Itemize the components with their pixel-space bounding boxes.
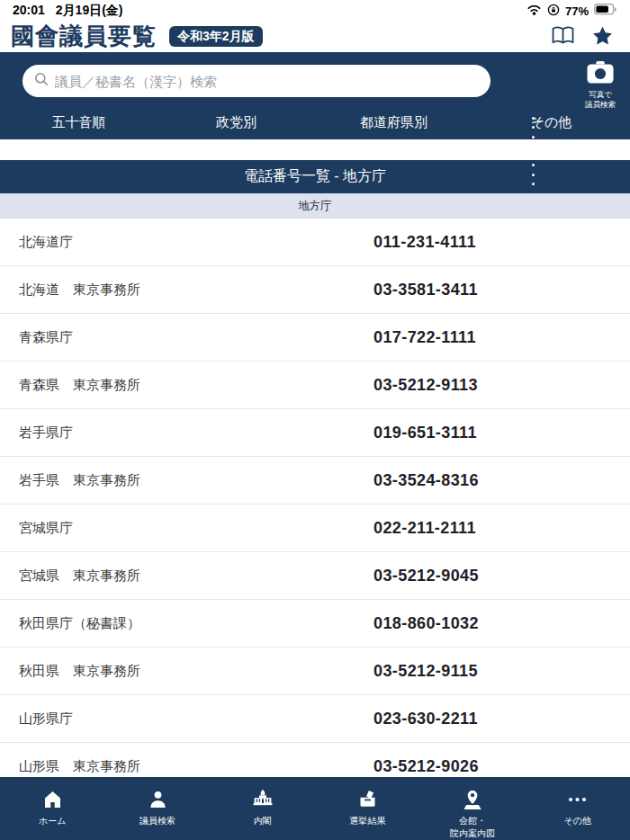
office-name: 宮城県 東京事務所 bbox=[19, 567, 374, 585]
edition-badge: 令和3年2月版 bbox=[169, 26, 263, 47]
map-pin-icon bbox=[461, 787, 484, 810]
office-name: 青森県庁 bbox=[19, 329, 374, 346]
office-name: 青森県 東京事務所 bbox=[19, 377, 374, 394]
phone-number[interactable]: 03-5212-9115 bbox=[374, 662, 478, 681]
office-name: 北海道庁 bbox=[19, 234, 374, 251]
phone-number[interactable]: 022-211-2111 bbox=[374, 519, 476, 538]
home-icon bbox=[41, 787, 64, 810]
battery-percent: 77% bbox=[565, 4, 589, 18]
phone-list-row[interactable]: 青森県庁 017-722-1111 bbox=[0, 314, 630, 362]
phone-list-row[interactable]: 北海道 東京事務所 03-3581-3411 bbox=[0, 266, 630, 314]
office-name: 岩手県庁 bbox=[19, 424, 374, 442]
person-icon bbox=[147, 787, 169, 810]
status-date: 2月19日(金) bbox=[56, 3, 123, 19]
search-icon bbox=[34, 72, 49, 90]
tab-bar-item[interactable]: 議員検索 bbox=[105, 777, 211, 840]
phone-list-row[interactable]: 山形県庁 023-630-2211 bbox=[0, 695, 630, 743]
phone-number[interactable]: 017-722-1111 bbox=[374, 328, 476, 347]
phone-list-row[interactable]: 秋田県庁（秘書課） 018-860-1032 bbox=[0, 600, 630, 648]
phone-number[interactable]: 03-5212-9045 bbox=[374, 567, 479, 585]
app-title: 國會議員要覧 bbox=[11, 24, 157, 48]
status-time: 20:01 bbox=[13, 3, 45, 19]
tab-bar-item[interactable]: その他 bbox=[525, 777, 630, 840]
bottom-tab-bar: ホーム 議員検索 内閣 選挙結果 会館・ 院内案内図 その他 bbox=[0, 777, 630, 840]
phone-number[interactable]: 03-3524-8316 bbox=[374, 471, 479, 490]
phone-number[interactable]: 03-3581-3411 bbox=[374, 281, 478, 299]
app-header: 國會議員要覧 令和3年2月版 bbox=[0, 20, 630, 52]
camera-icon bbox=[586, 72, 615, 87]
phone-number[interactable]: 03-5212-9113 bbox=[374, 376, 478, 395]
nav-tab-2[interactable]: 都道府県別 bbox=[315, 114, 472, 131]
phone-list-row[interactable]: 宮城県 東京事務所 03-5212-9045 bbox=[0, 552, 630, 600]
status-bar: 20:01 2月19日(金) 77% bbox=[0, 0, 630, 20]
bookmarks-book-icon[interactable] bbox=[551, 26, 575, 46]
phone-list-row[interactable]: 北海道庁 011-231-4111 bbox=[0, 219, 630, 266]
phone-number[interactable]: 011-231-4111 bbox=[374, 233, 476, 252]
office-name: 秋田県 東京事務所 bbox=[19, 663, 374, 680]
tab-bar-label: 選挙結果 bbox=[349, 815, 385, 827]
phone-number[interactable]: 03-5212-9026 bbox=[374, 757, 479, 776]
tab-bar-label: 会館・ 院内案内図 bbox=[450, 815, 495, 839]
section-header: 地方庁 bbox=[0, 193, 630, 219]
photo-search-button[interactable]: 写真で 議員検索 bbox=[574, 60, 626, 110]
phone-list: 北海道庁 011-231-4111 北海道 東京事務所 03-3581-3411… bbox=[0, 219, 630, 777]
tab-bar-label: 議員検索 bbox=[140, 815, 176, 827]
phone-number[interactable]: 023-630-2211 bbox=[374, 710, 478, 728]
office-name: 北海道 東京事務所 bbox=[19, 281, 374, 299]
search-bar[interactable] bbox=[22, 65, 490, 97]
more-dots-icon bbox=[566, 787, 589, 810]
phone-list-row[interactable]: 岩手県庁 019-651-3111 bbox=[0, 409, 630, 457]
office-name: 山形県庁 bbox=[19, 710, 374, 728]
tab-bar-label: その他 bbox=[563, 815, 590, 827]
nav-tab-3[interactable]: その他 bbox=[472, 114, 630, 131]
orientation-lock-icon bbox=[547, 4, 560, 19]
tab-bar-item[interactable]: ホーム bbox=[0, 777, 105, 840]
phone-number[interactable]: 019-651-3111 bbox=[374, 424, 477, 442]
phone-list-row[interactable]: 山形県 東京事務所 03-5212-9026 bbox=[0, 743, 630, 777]
office-name: 秋田県庁（秘書課） bbox=[19, 615, 374, 632]
office-name: 山形県 東京事務所 bbox=[19, 758, 374, 775]
phone-list-row[interactable]: 秋田県 東京事務所 03-5212-9115 bbox=[0, 648, 630, 695]
ballot-box-icon bbox=[356, 787, 379, 810]
phone-number[interactable]: 018-860-1032 bbox=[374, 614, 479, 633]
favorite-star-icon[interactable] bbox=[591, 25, 614, 47]
header-gap bbox=[0, 139, 630, 160]
phone-list-row[interactable]: 岩手県 東京事務所 03-3524-8316 bbox=[0, 457, 630, 505]
tab-bar-item[interactable]: 選挙結果 bbox=[315, 777, 420, 840]
nav-tab-0[interactable]: 五十音順 bbox=[0, 114, 158, 131]
office-name: 宮城県庁 bbox=[19, 520, 374, 537]
tab-bar-label: ホーム bbox=[39, 815, 66, 827]
office-name: 岩手県 東京事務所 bbox=[19, 472, 374, 489]
nav-tabs: 五十音順 政党別 都道府県別 その他 bbox=[0, 114, 630, 131]
phone-list-row[interactable]: 宮城県庁 022-211-2111 bbox=[0, 505, 630, 552]
tab-bar-item[interactable]: 会館・ 院内案内図 bbox=[420, 777, 526, 840]
tab-bar-label: 内閣 bbox=[254, 815, 272, 827]
photo-search-label: 写真で 議員検索 bbox=[574, 90, 626, 110]
tab-bar-item[interactable]: 内閣 bbox=[210, 777, 315, 840]
search-section: 写真で 議員検索 五十音順 政党別 都道府県別 その他 bbox=[0, 52, 630, 139]
wifi-icon bbox=[526, 4, 542, 18]
battery-icon bbox=[594, 4, 617, 18]
page-title: 電話番号一覧 - 地方庁 bbox=[0, 160, 630, 193]
search-input[interactable] bbox=[55, 74, 479, 89]
phone-list-row[interactable]: 青森県 東京事務所 03-5212-9113 bbox=[0, 362, 630, 409]
nav-tab-1[interactable]: 政党別 bbox=[158, 114, 315, 131]
parliament-icon bbox=[251, 787, 274, 810]
